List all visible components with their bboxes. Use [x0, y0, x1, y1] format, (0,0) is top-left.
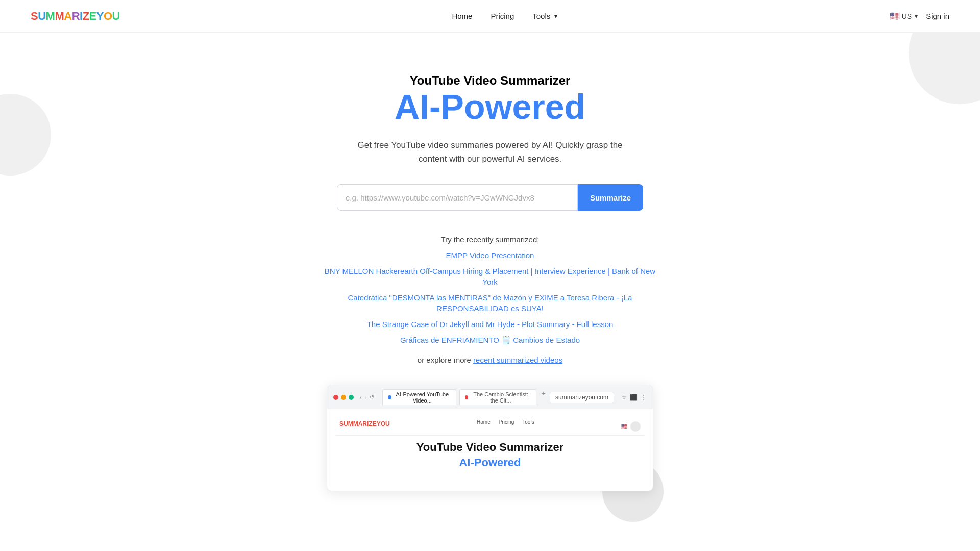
mini-navbar: SUMMARIZEYOU Home Pricing Tools 🇺🇸	[335, 417, 645, 436]
mini-logo: SUMMARIZEYOU	[339, 420, 390, 428]
mini-hero-subtitle: AI-Powered	[335, 456, 645, 469]
browser-close-dot	[333, 395, 338, 400]
hero-section: YouTube Video Summarizer AI-Powered Get …	[0, 33, 980, 542]
recently-links-list: EMPP Video Presentation BNY MELLON Hacke…	[10, 250, 970, 345]
mini-avatar	[630, 421, 641, 432]
nav-right: 🇺🇸 US ▾ Sign in	[890, 11, 949, 21]
tools-chevron-icon: ▾	[554, 13, 557, 20]
browser-content: SUMMARIZEYOU Home Pricing Tools 🇺🇸 YouTu…	[327, 409, 653, 491]
navbar: SUMMARIZEYOU Home Pricing Tools ▾ 🇺🇸 US …	[0, 0, 980, 33]
browser-extension-icon: ⬛	[630, 394, 638, 401]
hero-subtitle: Get free YouTube video summaries powered…	[357, 138, 623, 166]
recent-link-4[interactable]: The Strange Case of Dr Jekyll and Mr Hyd…	[367, 319, 614, 330]
hero-title: YouTube Video Summarizer AI-Powered	[10, 73, 970, 126]
nav-home[interactable]: Home	[452, 12, 472, 20]
browser-preview: ‹ › ↺ AI-Powered YouTube Video... The Ca…	[327, 385, 653, 491]
recent-link-2[interactable]: BNY MELLON Hackerearth Off-Campus Hiring…	[316, 266, 664, 287]
recently-label: Try the recently summarized:	[10, 235, 970, 244]
browser-minimize-dot	[341, 395, 346, 400]
signin-link[interactable]: Sign in	[926, 12, 949, 20]
nav-tools[interactable]: Tools ▾	[532, 12, 557, 20]
tab2-favicon	[465, 395, 468, 399]
summarize-button[interactable]: Summarize	[578, 184, 643, 211]
mini-hero-title: YouTube Video Summarizer	[335, 441, 645, 454]
browser-refresh-icon: ↺	[370, 394, 374, 400]
recent-link-1[interactable]: EMPP Video Presentation	[446, 250, 534, 261]
flag-icon: 🇺🇸	[890, 11, 900, 21]
locale-chevron-icon: ▾	[915, 13, 918, 20]
logo[interactable]: SUMMARIZEYOU	[31, 10, 120, 23]
browser-back-icon: ‹	[360, 394, 362, 400]
recent-link-5[interactable]: Gráficas de ENFRIAMIENTO 🗒️ Cambios de E…	[400, 335, 580, 345]
locale-selector[interactable]: 🇺🇸 US ▾	[890, 11, 918, 21]
recently-summarized: Try the recently summarized: EMPP Video …	[10, 235, 970, 364]
youtube-url-input[interactable]	[337, 184, 578, 211]
browser-star-icon: ☆	[621, 394, 627, 401]
browser-window-controls	[333, 395, 354, 400]
browser-nav-arrows: ‹ › ↺	[360, 394, 374, 400]
search-bar: Summarize	[337, 184, 643, 211]
browser-preview-wrapper: ‹ › ↺ AI-Powered YouTube Video... The Ca…	[327, 385, 653, 512]
browser-tab-1[interactable]: AI-Powered YouTube Video...	[382, 389, 456, 405]
browser-bar: ‹ › ↺ AI-Powered YouTube Video... The Ca…	[327, 385, 653, 409]
mini-flag-icon: 🇺🇸	[621, 423, 627, 429]
browser-menu-icon: ⋮	[641, 394, 647, 401]
explore-link[interactable]: recent summarized videos	[473, 356, 562, 364]
browser-address-bar[interactable]: summarizeyou.com	[550, 392, 614, 403]
recent-link-3[interactable]: Catedrática "DESMONTA las MENTIRAS" de M…	[316, 292, 664, 314]
mini-nav-links: Home Pricing Tools	[477, 419, 534, 425]
browser-forward-icon: ›	[365, 394, 367, 400]
explore-text: or explore more recent summarized videos	[10, 356, 970, 364]
tab1-favicon	[388, 395, 391, 399]
new-tab-icon[interactable]: +	[542, 389, 546, 405]
browser-tabs: AI-Powered YouTube Video... The Cambio S…	[382, 389, 546, 405]
browser-tab-2[interactable]: The Cambio Scientist: the Cit...	[459, 389, 536, 405]
mini-nav-right: 🇺🇸	[621, 421, 641, 432]
nav-links: Home Pricing Tools ▾	[452, 12, 557, 20]
nav-pricing[interactable]: Pricing	[491, 12, 514, 20]
browser-toolbar-icons: ☆ ⬛ ⋮	[621, 394, 647, 401]
browser-maximize-dot	[349, 395, 354, 400]
